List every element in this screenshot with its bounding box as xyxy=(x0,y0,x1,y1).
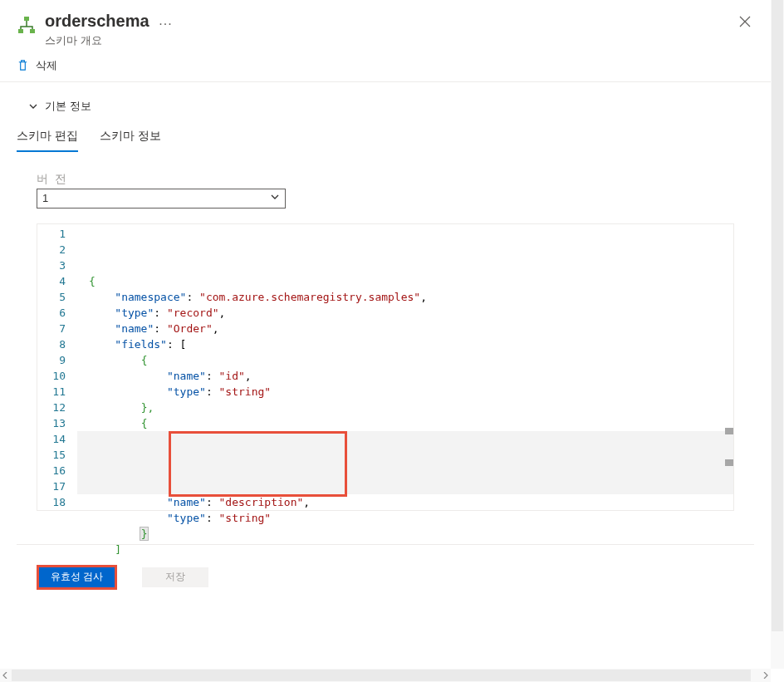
code-line[interactable]: "type": "record", xyxy=(77,305,733,321)
code-line[interactable]: { xyxy=(77,352,733,368)
delete-icon xyxy=(17,59,29,71)
code-line[interactable]: "namespace": "com.azure.schemaregistry.s… xyxy=(77,289,733,305)
tabs: 스키마 편집 스키마 정보 xyxy=(17,125,754,152)
scrollbar-thumb[interactable] xyxy=(12,670,751,681)
svg-rect-0 xyxy=(24,17,29,21)
inserted-line-bg xyxy=(77,463,733,478)
close-button[interactable] xyxy=(736,12,754,33)
panel-header: orderschema ··· 스키마 개요 xyxy=(0,0,771,53)
basic-info-toggle[interactable]: 기본 정보 xyxy=(17,92,754,125)
basic-info-label: 기본 정보 xyxy=(45,99,91,114)
code-line[interactable]: "type": "string" xyxy=(77,510,733,526)
tab-schema-edit[interactable]: 스키마 편집 xyxy=(17,125,78,152)
scroll-left-arrow[interactable] xyxy=(0,670,10,680)
inserted-line-bg xyxy=(77,447,733,463)
chevron-down-icon xyxy=(270,192,280,204)
editor-minimap-scroll[interactable] xyxy=(722,224,733,510)
version-label: 버 전 xyxy=(37,172,286,187)
code-line[interactable]: }, xyxy=(77,400,733,415)
minimap-marker xyxy=(725,428,733,434)
code-line[interactable]: "name": "Order", xyxy=(77,321,733,336)
scroll-right-arrow[interactable] xyxy=(761,670,771,680)
code-line[interactable]: { xyxy=(77,273,733,289)
svg-rect-1 xyxy=(18,29,23,33)
editor-gutter: 123456789101112131415161718 xyxy=(37,224,77,510)
chevron-down-icon xyxy=(28,101,38,111)
toolbar: 삭제 xyxy=(0,53,771,82)
version-selected-value: 1 xyxy=(42,192,48,204)
more-actions-button[interactable]: ··· xyxy=(159,17,172,32)
code-line[interactable]: "name": "id", xyxy=(77,368,733,384)
code-line[interactable]: "name": "description", xyxy=(77,494,733,510)
code-line[interactable]: } xyxy=(77,526,733,542)
version-select[interactable]: 1 xyxy=(37,189,286,209)
vertical-scrollbar[interactable] xyxy=(771,0,784,669)
inserted-line-bg xyxy=(77,431,733,447)
save-button[interactable]: 저장 xyxy=(142,567,208,587)
minimap-marker xyxy=(725,459,733,466)
horizontal-scrollbar[interactable] xyxy=(0,669,771,682)
validate-button[interactable]: 유효성 검사 xyxy=(39,567,115,587)
scrollbar-thumb[interactable] xyxy=(772,0,783,631)
code-editor[interactable]: 123456789101112131415161718 { "namespace… xyxy=(37,223,734,511)
code-line[interactable]: { xyxy=(77,415,733,431)
code-line[interactable]: "fields": [ xyxy=(77,336,733,352)
svg-rect-2 xyxy=(30,29,35,33)
page-subtitle: 스키마 개요 xyxy=(45,33,736,48)
editor-content[interactable]: { "namespace": "com.azure.schemaregistry… xyxy=(77,224,733,510)
schema-icon xyxy=(17,15,37,35)
code-line[interactable]: "type": "string" xyxy=(77,384,733,400)
inserted-line-bg xyxy=(77,478,733,494)
page-title: orderschema xyxy=(45,12,149,31)
code-line[interactable]: ] xyxy=(77,542,733,557)
tab-schema-info[interactable]: 스키마 정보 xyxy=(100,125,161,152)
delete-button[interactable]: 삭제 xyxy=(36,58,57,73)
validate-highlight-box: 유효성 검사 xyxy=(37,565,117,590)
